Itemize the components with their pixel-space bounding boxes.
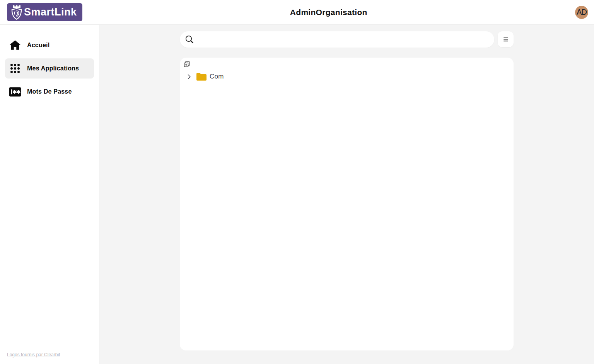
password-icon [9, 87, 21, 97]
shield-fingerprint-icon [10, 5, 23, 20]
sidebar-item-label: Mots De Passe [27, 88, 72, 95]
expand-windows-icon[interactable] [184, 61, 190, 67]
main-content: Com [99, 25, 594, 364]
folder-icon [196, 73, 207, 81]
sidebar-item-label: Accueil [27, 42, 50, 49]
chevron-right-icon[interactable] [185, 72, 193, 81]
sidebar-item-label: Mes Applications [27, 65, 79, 72]
clearbit-credit-link[interactable]: Logos fournis par Clearbit [7, 352, 60, 357]
avatar-initials: AD [577, 8, 587, 17]
home-icon [9, 40, 21, 50]
search-input[interactable] [195, 36, 490, 43]
header: SmartLink AdminOrganisation AD [0, 0, 594, 25]
apps-grid-icon [9, 63, 21, 73]
tree-node-label: Com [210, 73, 224, 80]
view-toggle-button[interactable] [498, 31, 514, 47]
tree-node-com[interactable]: Com [184, 72, 510, 81]
logo-text: SmartLink [24, 6, 77, 18]
list-lines-icon [504, 38, 508, 41]
sidebar-item-mes-applications[interactable]: Mes Applications [5, 58, 94, 79]
search-icon [184, 34, 195, 44]
sidebar: Accueil Mes Applications [0, 25, 99, 364]
smartlink-logo[interactable]: SmartLink [7, 3, 82, 21]
search-bar[interactable] [180, 31, 494, 48]
avatar[interactable]: AD [575, 6, 588, 19]
applications-tree-panel: Com [180, 58, 514, 350]
sidebar-item-mots-de-passe[interactable]: Mots De Passe [5, 82, 94, 102]
sidebar-item-accueil[interactable]: Accueil [5, 35, 94, 55]
page-title: AdminOrganisation [290, 8, 367, 17]
